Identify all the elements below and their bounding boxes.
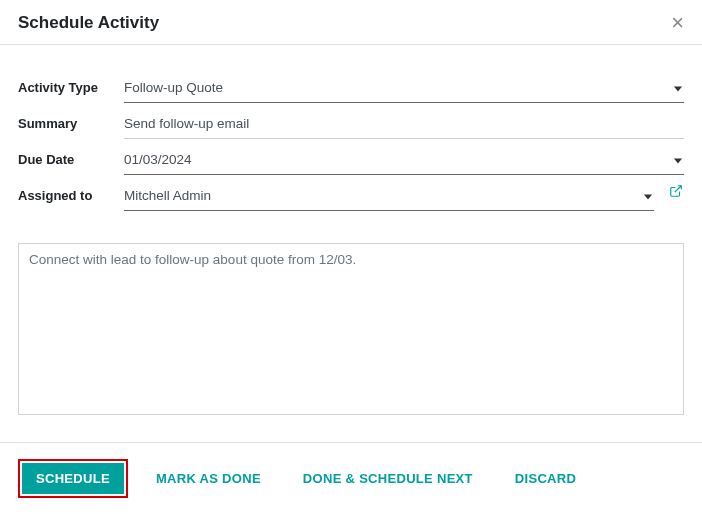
label-summary: Summary — [18, 111, 114, 131]
discard-button[interactable]: Discard — [501, 463, 590, 494]
modal-footer: Schedule Mark As Done Done & Schedule Ne… — [0, 442, 702, 514]
row-assigned-to: Assigned to — [18, 183, 684, 213]
external-link-icon[interactable] — [668, 183, 684, 199]
schedule-activity-modal: Schedule Activity × Activity Type Summar… — [0, 0, 702, 514]
schedule-button[interactable]: Schedule — [22, 463, 124, 494]
modal-body: Activity Type Summary Due Date Assigned … — [0, 45, 702, 431]
row-activity-type: Activity Type — [18, 75, 684, 105]
activity-type-select[interactable] — [124, 75, 684, 103]
row-summary: Summary — [18, 111, 684, 141]
label-assigned-to: Assigned to — [18, 183, 114, 203]
done-schedule-next-button[interactable]: Done & Schedule Next — [289, 463, 487, 494]
row-due-date: Due Date — [18, 147, 684, 177]
modal-header: Schedule Activity × — [0, 0, 702, 45]
label-due-date: Due Date — [18, 147, 114, 167]
modal-title: Schedule Activity — [18, 13, 159, 33]
due-date-input[interactable] — [124, 147, 684, 175]
highlight-schedule: Schedule — [18, 459, 128, 498]
notes-textarea[interactable]: Connect with lead to follow-up about quo… — [18, 243, 684, 415]
label-activity-type: Activity Type — [18, 75, 114, 95]
summary-input[interactable] — [124, 111, 684, 139]
assigned-to-select[interactable] — [124, 183, 654, 211]
mark-as-done-button[interactable]: Mark As Done — [142, 463, 275, 494]
close-icon[interactable]: × — [671, 12, 684, 34]
svg-line-0 — [675, 186, 681, 192]
